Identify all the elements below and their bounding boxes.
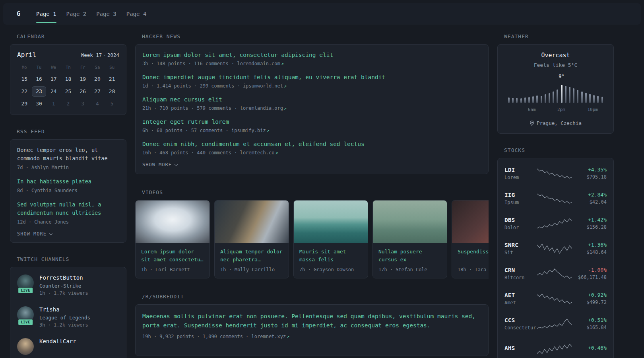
hn-item-title[interactable]: Integer eget rutrum lorem: [142, 119, 481, 125]
channel-info: KendallCarr: [39, 338, 76, 344]
temp-bar: [597, 96, 599, 103]
channel-avatar-wrap: LIVE: [17, 274, 34, 291]
hn-item-title[interactable]: Donec enim nibh, condimentum et accumsan…: [142, 141, 481, 147]
stock-row[interactable]: SNRC Sit +1.36% $148.64: [504, 236, 607, 261]
hn-item-source-link[interactable]: loremlandia.org↗: [240, 105, 287, 111]
calendar-day: 16: [32, 74, 47, 84]
stock-row[interactable]: AHS +0.46%: [504, 336, 607, 358]
reddit-post-source-link[interactable]: loremnet.xyz↗: [252, 334, 290, 339]
stock-sparkline: [536, 218, 572, 230]
hn-item-title[interactable]: Donec imperdiet augue tincidunt felis al…: [142, 74, 481, 80]
calendar-day-next-month: 5: [105, 99, 119, 109]
tab-page-1[interactable]: Page 1: [36, 3, 56, 25]
video-card[interactable]: Suspendisse diam 18h · Tara: [452, 200, 489, 278]
twitch-channel[interactable]: LIVE Trisha League of Legends 3h · 1.2k …: [17, 306, 119, 328]
temp-bar: [549, 93, 550, 103]
stock-row[interactable]: IIG Ipsum +2.84% $42.04: [504, 186, 607, 211]
stock-sparkline: [536, 343, 572, 355]
hn-item-source-link[interactable]: loremtech.co↗: [240, 150, 278, 156]
external-link-icon: ↗: [275, 150, 278, 156]
stock-info: DBS Dolor: [504, 217, 536, 230]
video-thumbnail: [215, 200, 289, 243]
hn-item-title[interactable]: Aliquam nec cursus elit: [142, 96, 481, 103]
stock-info: AET Amet: [504, 292, 536, 305]
video-title: Nullam posuere cursus ex: [378, 248, 441, 264]
video-card[interactable]: Mauris sit amet massa felis 7h · Grayson…: [293, 200, 368, 278]
hn-item-domain: loremtech.co: [240, 150, 275, 156]
calendar-day: 24: [46, 86, 61, 97]
temp-bar: [553, 91, 554, 103]
page-tabs: Page 1 Page 2 Page 3 Page 4: [36, 3, 156, 25]
hn-item-stats: 3h · 148 points · 116 comments ·: [142, 61, 234, 66]
hn-item-source-link[interactable]: ipsumify.biz↗: [231, 128, 270, 133]
stock-row[interactable]: CRN Bitcorn -1.00% $66,171.48: [504, 261, 607, 286]
tab-page-3[interactable]: Page 3: [96, 3, 116, 25]
temp-bar: [561, 85, 563, 103]
temp-bar: [589, 94, 591, 103]
stock-ticker: LDI: [504, 167, 536, 173]
stocks-section-title: STOCKS: [504, 147, 614, 153]
weather-condition: Overcast: [504, 52, 607, 59]
rss-item-title[interactable]: Sed volutpat nulla nisl, a condimentum n…: [17, 200, 119, 217]
rss-item: Sed volutpat nulla nisl, a condimentum n…: [17, 200, 119, 225]
external-link-icon: ↗: [287, 334, 289, 339]
stock-row[interactable]: DBS Dolor +1.42% $156.28: [504, 211, 607, 236]
hn-item-source-link[interactable]: ipsumworld.net↗: [243, 83, 287, 89]
stock-ticker: IIG: [504, 192, 536, 198]
stock-change: +0.46%: [572, 345, 607, 351]
weekday-label: Fr: [76, 65, 90, 72]
stock-info: AHS: [504, 345, 536, 353]
temp-bar: [577, 90, 578, 103]
temperature-chart: 9° 6am 2pm 10pm: [508, 74, 603, 113]
video-card[interactable]: Lorem ipsum dolor sit amet consectetu… 1…: [135, 200, 210, 278]
calendar-card: April Week 17·2024 Mo Tu We Th Fr Sa Su …: [10, 44, 126, 115]
twitch-section-title: TWITCH CHANNELS: [17, 256, 126, 262]
temp-bar: [536, 95, 538, 103]
twitch-channel[interactable]: KendallCarr: [17, 338, 119, 355]
show-more-label: SHOW MORE: [142, 162, 172, 167]
show-more-label: SHOW MORE: [17, 231, 47, 237]
stock-sparkline: [536, 243, 572, 255]
stock-name: Lorem: [504, 175, 536, 180]
channel-info: Trisha League of Legends 3h · 1.2k viewe…: [39, 306, 90, 328]
channel-meta: 1h · 1.7k viewers: [39, 290, 88, 296]
top-bar: G Page 1 Page 2 Page 3 Page 4: [3, 3, 641, 25]
hn-item-title[interactable]: Lorem ipsum dolor sit amet, consectetur …: [142, 52, 481, 58]
app-logo[interactable]: G: [17, 10, 20, 18]
channel-name: ForrestButton: [39, 274, 88, 281]
video-card[interactable]: Aliquam tempor dolor nec pharetra… 1h · …: [214, 200, 289, 278]
hn-show-more-button[interactable]: SHOW MORE: [142, 162, 481, 167]
video-meta: 1h · Molly Carrillo: [220, 267, 283, 272]
dashboard-page: G Page 1 Page 2 Page 3 Page 4 CALENDAR A…: [0, 0, 644, 358]
tab-page-2[interactable]: Page 2: [66, 3, 87, 25]
rss-show-more-button[interactable]: SHOW MORE: [17, 231, 119, 237]
twitch-channel[interactable]: LIVE ForrestButton Counter-Strike 1h · 1…: [17, 274, 119, 296]
stock-name: Bitcorn: [504, 275, 536, 280]
stock-row[interactable]: LDI Lorem +4.35% $795.18: [504, 161, 607, 186]
stock-ticker: AHS: [504, 345, 536, 351]
tab-page-4[interactable]: Page 4: [126, 3, 147, 25]
reddit-post-title[interactable]: Maecenas mollis pulvinar erat non posuer…: [142, 312, 481, 330]
temp-bar: [512, 98, 514, 103]
stock-change: +4.35%: [572, 167, 607, 173]
calendar-day: 26: [76, 86, 90, 97]
stock-change: +1.36%: [572, 242, 607, 248]
video-card-body: Lorem ipsum dolor sit amet consectetu… 1…: [136, 243, 209, 278]
video-card[interactable]: Nullam posuere cursus ex 17h · Stefan Co…: [372, 200, 447, 278]
stock-row[interactable]: AET Amet +0.92% $499.72: [504, 286, 607, 311]
stock-price: $165.84: [572, 325, 607, 330]
calendar-day-next-month: 3: [76, 99, 90, 109]
hn-item-source-link[interactable]: loremdomain.com↗: [237, 61, 284, 66]
rss-item-title[interactable]: In hac habitasse platea: [17, 177, 119, 186]
calendar-section-title: CALENDAR: [17, 33, 126, 39]
middle-column: HACKER NEWS Lorem ipsum dolor sit amet, …: [135, 33, 489, 358]
rss-item-title[interactable]: Donec tempor eros leo, ut commodo mauris…: [17, 146, 119, 163]
stock-name: Amet: [504, 300, 536, 305]
stock-row[interactable]: CCS Consectetur +0.51% $165.84: [504, 311, 607, 336]
hn-item-domain: ipsumworld.net: [243, 83, 283, 89]
temp-bar: [541, 96, 542, 103]
hn-item-meta: 21h · 710 points · 579 comments · loreml…: [142, 105, 481, 111]
calendar-week-year: Week 17·2024: [81, 52, 119, 58]
location-pin-icon: [530, 121, 534, 126]
videos-widget: VIDEOS Lorem ipsum dolor sit amet consec…: [135, 189, 489, 278]
